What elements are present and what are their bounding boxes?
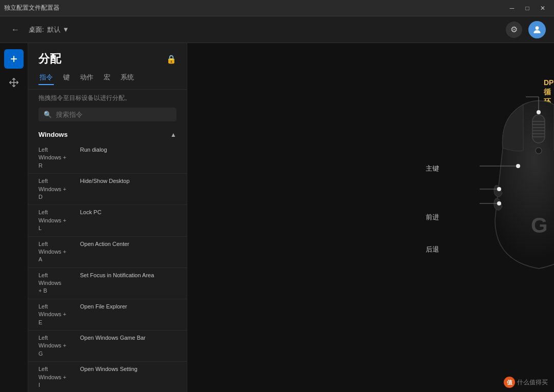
search-icon: 🔍: [44, 111, 52, 118]
command-key: LeftWindows +L: [38, 209, 77, 232]
search-input[interactable]: [56, 111, 171, 118]
topbar: ← 桌面: 默认 ▼ ⚙: [0, 16, 554, 43]
list-item[interactable]: LeftWindows+ B Set Focus in Notification…: [28, 268, 187, 299]
icon-sidebar: [0, 43, 28, 392]
titlebar: 独立配置文件配置器 ─ □ ✕: [0, 0, 554, 16]
titlebar-controls: ─ □ ✕: [505, 3, 550, 14]
panel-header: 分配 🔒: [28, 43, 187, 71]
back-button[interactable]: ←: [8, 23, 23, 37]
command-key: LeftWindows +I: [38, 365, 77, 389]
tabs: 指令 键 动作 宏 系统: [28, 71, 187, 90]
topbar-left: ← 桌面: 默认 ▼: [8, 23, 69, 37]
mouse-diagram: G: [480, 87, 554, 276]
desktop-dropdown[interactable]: 默认 ▼: [47, 25, 69, 34]
titlebar-title: 独立配置文件配置器: [4, 4, 60, 12]
command-key: LeftWindows +A: [38, 240, 77, 264]
command-desc: Open Windows Setting: [80, 365, 137, 373]
search-bar: 🔍: [38, 108, 176, 121]
right-content: DPI 循环 主键 次键 前进 后退: [187, 43, 554, 392]
command-key: LeftWindows +D: [38, 177, 77, 201]
dropdown-icon: ▼: [63, 26, 69, 33]
command-desc: Open File Explorer: [80, 303, 127, 311]
command-key: LeftWindows +R: [38, 146, 77, 170]
list-item[interactable]: LeftWindows +I Open Windows Setting: [28, 362, 187, 392]
svg-point-15: [497, 187, 501, 191]
forward-label: 前进: [426, 212, 439, 222]
watermark-text: 什么值得买: [517, 378, 548, 387]
list-item[interactable]: LeftWindows +E Open File Explorer: [28, 299, 187, 331]
command-key: LeftWindows +E: [38, 303, 77, 326]
left-panel: 分配 🔒 指令 键 动作 宏 系统 拖拽指令至目标设备以进行分配。 🔍 Wind…: [28, 43, 187, 392]
list-item[interactable]: LeftWindows +A Open Action Center: [28, 237, 187, 268]
desktop-info: 桌面: 默认 ▼: [29, 25, 69, 34]
minimize-button[interactable]: ─: [505, 3, 519, 14]
add-command-button[interactable]: [4, 49, 24, 69]
svg-point-12: [516, 164, 520, 168]
svg-point-0: [536, 26, 539, 30]
command-desc: Set Focus in Notification Area: [80, 272, 154, 279]
tab-keys[interactable]: 键: [62, 71, 71, 85]
user-icon: [532, 25, 542, 35]
command-desc: Run dialog: [80, 146, 107, 154]
maximize-button[interactable]: □: [520, 3, 535, 14]
list-item[interactable]: LeftWindows +R Run dialog: [28, 142, 187, 174]
tab-macro[interactable]: 宏: [103, 71, 111, 85]
list-item[interactable]: LeftWindows +G Open Windows Game Bar: [28, 331, 187, 362]
svg-point-10: [536, 148, 542, 154]
section-title: Windows: [38, 131, 68, 138]
tab-system[interactable]: 系统: [120, 71, 135, 85]
chevron-icon: ▲: [170, 131, 176, 138]
desktop-text: 桌面:: [29, 25, 44, 34]
panel-title: 分配: [38, 51, 61, 67]
svg-point-14: [537, 110, 541, 114]
command-key: LeftWindows+ B: [38, 272, 77, 295]
avatar-button[interactable]: [528, 21, 546, 38]
command-desc: Open Action Center: [80, 240, 129, 248]
command-desc: Lock PC: [80, 209, 102, 216]
list-item[interactable]: LeftWindows +L Lock PC: [28, 205, 187, 236]
svg-text:G: G: [531, 213, 548, 237]
drag-instruction: 拖拽指令至目标设备以进行分配。: [28, 90, 187, 108]
move-icon: [9, 77, 19, 88]
watermark: 值 什么值得买: [504, 377, 548, 388]
list-item[interactable]: LeftWindows +D Hide/Show Desktop: [28, 174, 187, 205]
watermark-icon: 值: [504, 377, 515, 388]
svg-rect-3: [532, 115, 545, 143]
plus-icon: [9, 54, 19, 64]
settings-button[interactable]: ⚙: [506, 22, 522, 38]
tab-actions[interactable]: 动作: [79, 71, 94, 85]
svg-point-16: [497, 201, 501, 205]
windows-section-header[interactable]: Windows ▲: [28, 127, 187, 142]
command-desc: Hide/Show Desktop: [80, 177, 130, 185]
move-button[interactable]: [4, 73, 24, 92]
main-key-label: 主键: [426, 163, 439, 173]
close-button[interactable]: ✕: [536, 3, 550, 14]
back-label: 后退: [426, 244, 439, 254]
tab-commands[interactable]: 指令: [38, 71, 54, 85]
command-desc: Open Windows Game Bar: [80, 334, 146, 342]
topbar-right: ⚙: [506, 21, 546, 38]
lock-icon: 🔒: [166, 54, 176, 64]
command-key: LeftWindows +G: [38, 334, 77, 358]
main-layout: 分配 🔒 指令 键 动作 宏 系统 拖拽指令至目标设备以进行分配。 🔍 Wind…: [0, 43, 554, 392]
command-list: Windows ▲ LeftWindows +R Run dialog Left…: [28, 127, 187, 392]
desktop-name: 默认: [47, 25, 61, 34]
